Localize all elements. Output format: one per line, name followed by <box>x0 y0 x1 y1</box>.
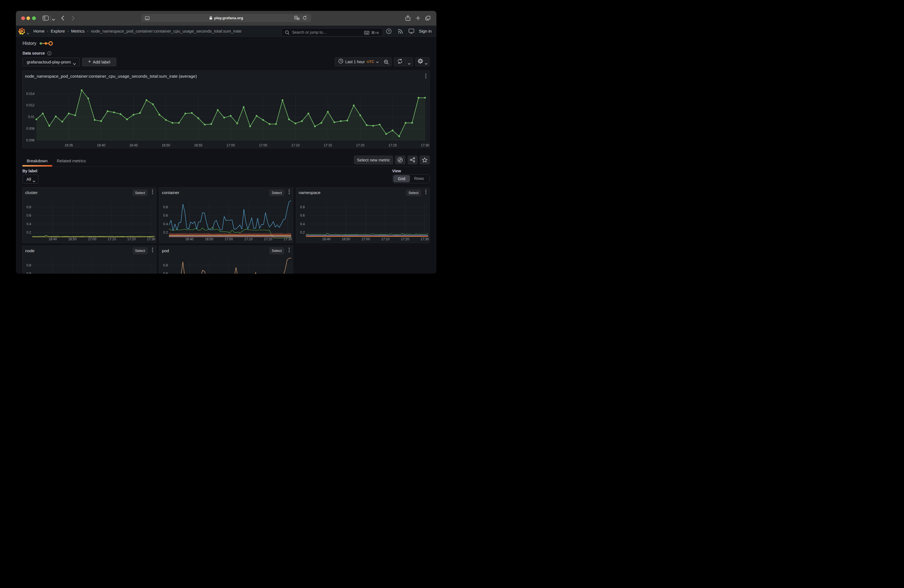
svg-text:16:40: 16:40 <box>97 143 105 147</box>
svg-text:0.012: 0.012 <box>26 103 35 107</box>
svg-text:0.6: 0.6 <box>27 213 31 217</box>
svg-text:17:30: 17:30 <box>147 237 155 241</box>
svg-text:0.8: 0.8 <box>27 205 31 209</box>
svg-text:0.6: 0.6 <box>163 272 168 273</box>
svg-text:0.008: 0.008 <box>26 126 35 131</box>
svg-text:17:00: 17:00 <box>88 237 96 241</box>
svg-text:17:00: 17:00 <box>224 237 233 241</box>
svg-text:0.2: 0.2 <box>163 231 168 234</box>
svg-text:17:25: 17:25 <box>389 143 397 147</box>
svg-text:0.4: 0.4 <box>163 222 168 226</box>
svg-text:17:20: 17:20 <box>127 237 136 241</box>
svg-text:0.6: 0.6 <box>300 213 305 217</box>
svg-text:0.6: 0.6 <box>27 272 31 273</box>
svg-text:0.006: 0.006 <box>26 138 35 142</box>
svg-text:16:50: 16:50 <box>342 237 350 241</box>
svg-text:0.01: 0.01 <box>28 115 35 119</box>
svg-text:17:10: 17:10 <box>291 143 299 147</box>
svg-text:16:40: 16:40 <box>49 237 57 241</box>
svg-text:0.8: 0.8 <box>300 205 305 209</box>
svg-text:17:00: 17:00 <box>226 143 235 147</box>
svg-text:0.2: 0.2 <box>27 231 31 234</box>
svg-text:17:10: 17:10 <box>381 237 389 241</box>
svg-text:17:10: 17:10 <box>244 237 253 241</box>
svg-text:17:20: 17:20 <box>356 143 364 147</box>
svg-text:17:15: 17:15 <box>324 143 332 147</box>
svg-text:16:55: 16:55 <box>194 143 202 147</box>
svg-text:17:20: 17:20 <box>401 237 409 241</box>
svg-text:0.014: 0.014 <box>26 92 35 95</box>
svg-text:0.6: 0.6 <box>163 213 168 217</box>
svg-text:16:50: 16:50 <box>162 143 170 147</box>
svg-text:文: 文 <box>297 17 299 19</box>
svg-text:17:05: 17:05 <box>259 143 267 147</box>
svg-text:16:50: 16:50 <box>68 237 77 241</box>
svg-text:16:40: 16:40 <box>185 237 194 241</box>
svg-text:17:30: 17:30 <box>420 237 428 241</box>
svg-text:16:45: 16:45 <box>130 143 138 147</box>
svg-text:0.8: 0.8 <box>27 263 31 267</box>
svg-text:0.4: 0.4 <box>27 222 31 226</box>
svg-text:0.8: 0.8 <box>163 205 168 209</box>
svg-text:A: A <box>295 16 297 19</box>
svg-text:17:20: 17:20 <box>264 237 272 241</box>
svg-text:?: ? <box>388 30 390 33</box>
svg-text:0.8: 0.8 <box>163 263 168 267</box>
svg-text:16:50: 16:50 <box>205 237 213 241</box>
svg-text:16:40: 16:40 <box>322 237 330 241</box>
svg-text:16:35: 16:35 <box>65 143 73 147</box>
svg-text:17:00: 17:00 <box>361 237 370 241</box>
svg-text:0.2: 0.2 <box>300 231 305 234</box>
svg-text:0.4: 0.4 <box>300 222 305 226</box>
svg-text:17:30: 17:30 <box>421 143 429 147</box>
svg-text:17:10: 17:10 <box>108 237 116 241</box>
